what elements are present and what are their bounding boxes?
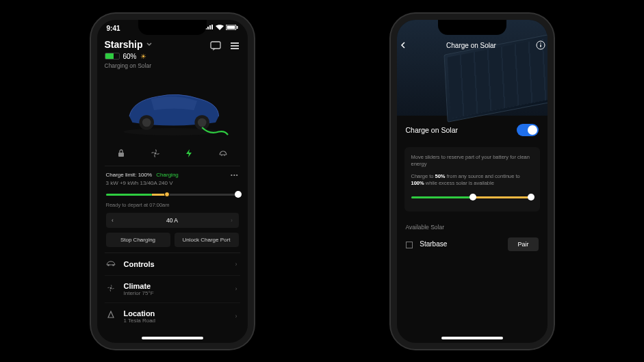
home-indicator[interactable] [142,337,203,339]
chevron-right-icon: › [235,285,237,292]
pair-button[interactable]: Pair [508,237,538,251]
home-indicator[interactable] [441,337,503,339]
message-icon[interactable] [210,40,221,54]
battery-icon [105,53,120,60]
svg-point-15 [540,42,541,44]
phone-left: 9:41 Starship 60% ☀ Charging on Solar [91,14,254,349]
vehicle-header: Starship 60% ☀ Charging on Solar [105,39,240,69]
svg-point-11 [107,264,109,266]
svg-rect-2 [237,26,238,29]
more-icon[interactable]: ••• [231,172,238,178]
menu-icon[interactable] [229,40,240,54]
phone-right: . Charge on Solar Charge on Solar [391,14,554,349]
charge-state: Charging [156,172,178,178]
powerwall-row: Starbase Pair [404,236,540,253]
menu-climate-sub: Interior 75°F [124,290,154,296]
charge-on-solar-toggle-row: Charge on Solar [404,116,540,144]
chevron-right-icon: › [235,313,237,320]
charge-limit-label: Charge limit: 100% [106,172,153,178]
info-text-1: Move sliders to reserve part of your bat… [411,154,533,168]
svg-rect-3 [211,42,220,49]
menu-controls-label: Controls [124,260,155,268]
slider-thumb-max[interactable] [528,194,534,201]
status-icons [205,25,238,30]
amps-value: 40 A [120,217,225,224]
slider-thumb-min[interactable] [469,194,476,201]
toggle-label: Charge on Solar [406,126,458,134]
svg-point-13 [110,287,111,288]
chevron-right-icon: › [235,261,237,268]
slider-solar-thumb[interactable] [164,192,170,197]
car-icon [105,259,117,269]
back-button[interactable] [399,41,407,51]
notch [138,20,207,35]
menu-climate[interactable]: Climate Interior 75°F › [105,276,240,303]
quick-action-bar [105,144,240,166]
svg-point-8 [197,118,206,127]
charge-stats: 3 kW +9 kWh 13/40A 240 V [106,180,239,186]
info-icon[interactable] [536,40,545,51]
svg-rect-16 [540,44,541,47]
amps-increase[interactable]: › [225,217,239,224]
chevron-down-icon [146,41,153,48]
sun-icon: ☀ [140,53,146,60]
menu-location[interactable]: Location 1 Tesla Road › [105,303,240,330]
status-time: 9:41 [107,25,120,32]
available-solar-label: Available Solar [406,224,540,231]
notch [438,20,506,35]
vehicle-name: Starship [105,39,143,50]
svg-rect-9 [118,153,124,157]
fan-icon [105,283,117,295]
page-header: Charge on Solar [397,40,548,51]
info-text-2: Charge to 50% from any source and contin… [411,173,533,187]
powerwall-name: Starbase [420,240,447,248]
stop-charging-button[interactable]: Stop Charging [106,233,170,247]
menu-climate-label: Climate [124,282,154,290]
battery-row: 60% ☀ [105,53,153,60]
menu-controls[interactable]: Controls › [105,253,240,276]
fan-icon[interactable] [151,148,160,160]
svg-point-12 [112,264,114,266]
powerwall-icon [406,242,413,248]
menu-location-sub: 1 Tesla Road [124,318,156,324]
amps-decrease[interactable]: ‹ [106,217,120,224]
vehicle-selector[interactable]: Starship [105,39,153,50]
vehicle-image [105,70,240,144]
solar-reserve-slider[interactable] [411,194,533,202]
slider-info-box: Move sliders to reserve part of your bat… [404,147,540,212]
page-title: Charge on Solar [407,42,536,49]
charge-on-solar-toggle[interactable] [517,124,539,136]
ready-message: Ready to depart at 07:00am [106,202,239,208]
svg-point-10 [154,152,156,154]
svg-rect-1 [227,25,235,29]
slider-limit-thumb[interactable] [235,191,242,198]
unlock-port-button[interactable]: Unlock Charge Port [175,233,239,247]
svg-point-6 [142,118,151,127]
lock-icon[interactable] [116,148,126,160]
menu-location-label: Location [124,309,156,318]
battery-percent: 60% [123,53,137,60]
amps-stepper: ‹ 40 A › [106,213,239,228]
bolt-icon[interactable] [184,148,194,160]
charge-status-text: Charging on Solar [105,62,153,69]
charge-limit-slider[interactable] [106,192,239,198]
frunk-icon[interactable] [218,148,228,160]
location-icon [105,311,117,322]
charge-panel: Charge limit: 100% Charging ••• 3 kW +9 … [105,166,240,253]
